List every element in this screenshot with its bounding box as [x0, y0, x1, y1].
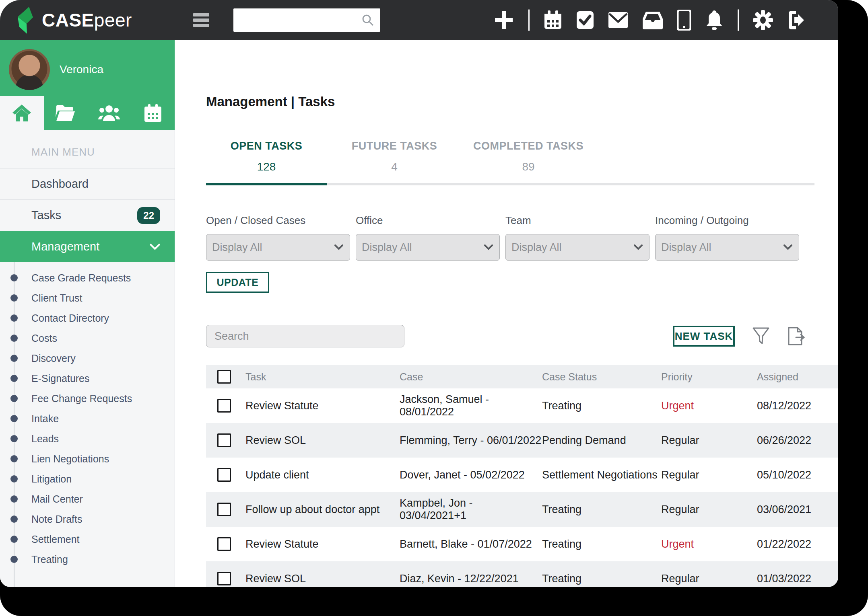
- task-cell: Review Statute: [245, 400, 400, 412]
- table-row[interactable]: Review Statute Barnett, Blake - 01/07/20…: [206, 527, 838, 561]
- submenu-item[interactable]: Settlement: [0, 529, 175, 549]
- submenu-item[interactable]: Treating: [0, 549, 175, 569]
- assigned-cell: 05/10/2022: [757, 469, 838, 481]
- calendar-icon[interactable]: [544, 10, 562, 30]
- submenu-item-label: Intake: [31, 413, 59, 425]
- sidebar-item-label: Tasks: [31, 209, 61, 222]
- select-all-checkbox[interactable]: [217, 370, 231, 384]
- tab-label: FUTURE TASKS: [327, 140, 462, 152]
- assigned-cell: 01/22/2022: [757, 538, 838, 550]
- topbar-search-input[interactable]: [233, 8, 380, 32]
- update-button[interactable]: UPDATE: [206, 272, 269, 293]
- submenu-item[interactable]: E-Signatures: [0, 368, 175, 388]
- search-icon: [361, 13, 375, 27]
- task-tab[interactable]: COMPLETED TASKS 89: [462, 140, 595, 183]
- filter-label: Team: [505, 214, 649, 227]
- submenu-item[interactable]: Intake: [0, 409, 175, 429]
- main-menu-label: MAIN MENU: [0, 130, 175, 168]
- priority-cell: Regular: [661, 469, 757, 481]
- nav-tab-calendar[interactable]: [131, 96, 175, 130]
- submenu-item[interactable]: Litigation: [0, 469, 175, 489]
- submenu-item-label: Settlement: [31, 534, 80, 545]
- case-status-cell: Treating: [542, 400, 661, 412]
- envelope-icon[interactable]: [608, 11, 628, 29]
- filter-group: Open / Closed Cases Display All: [206, 214, 350, 261]
- submenu-item[interactable]: Client Trust: [0, 288, 175, 308]
- export-icon[interactable]: [787, 327, 807, 345]
- table-row[interactable]: Update client Dover, Janet - 05/02/2022 …: [206, 458, 838, 492]
- chevron-down-icon: [634, 244, 643, 250]
- user-profile[interactable]: Veronica: [0, 40, 175, 90]
- filter-group: Incoming / Outgoing Display All: [655, 214, 799, 261]
- brand-logo[interactable]: CASEpeer: [14, 6, 132, 34]
- task-search-input[interactable]: [206, 325, 404, 347]
- column-header-assigned: Assigned: [757, 371, 838, 383]
- submenu-item[interactable]: Leads: [0, 429, 175, 449]
- task-tab[interactable]: OPEN TASKS 128: [206, 140, 327, 185]
- case-cell: Dover, Janet - 05/02/2022: [400, 469, 542, 481]
- table-row[interactable]: Review Statute Jackson, Samuel - 08/01/2…: [206, 388, 838, 423]
- submenu-item[interactable]: Lien Negotiations: [0, 449, 175, 469]
- screenshot-frame: CASEpeer: [0, 0, 868, 616]
- check-square-icon[interactable]: [576, 10, 594, 30]
- filter-selected-value: Display All: [511, 241, 562, 254]
- submenu-item[interactable]: Mail Center: [0, 489, 175, 509]
- submenu-item-label: Costs: [31, 333, 57, 344]
- assigned-cell: 08/12/2022: [757, 400, 838, 412]
- filter-selected-value: Display All: [362, 241, 412, 254]
- sidebar-item-dashboard[interactable]: Dashboard: [0, 168, 175, 199]
- nav-tab-contacts[interactable]: [87, 96, 131, 130]
- sidebar-item-label: Management: [31, 240, 99, 253]
- priority-cell: Regular: [661, 434, 757, 447]
- filter-dropdown[interactable]: Display All: [505, 234, 649, 261]
- sidebar-header: Veronica: [0, 40, 175, 130]
- main-content: Management | Tasks OPEN TASKS 128 FUTURE…: [175, 40, 838, 587]
- plus-icon[interactable]: [493, 10, 514, 31]
- tab-label: OPEN TASKS: [206, 140, 327, 152]
- users-icon: [98, 105, 120, 121]
- filter-dropdown[interactable]: Display All: [356, 234, 500, 261]
- submenu-item-label: Client Trust: [31, 292, 82, 304]
- new-task-button[interactable]: NEW TASK: [673, 326, 735, 347]
- submenu-item[interactable]: Discovery: [0, 348, 175, 368]
- table-header-row: Task Case Case Status Priority Assigned: [206, 365, 838, 388]
- nav-tab-cases[interactable]: [44, 96, 88, 130]
- hamburger-menu-icon[interactable]: [193, 13, 209, 27]
- submenu-item[interactable]: Note Drafts: [0, 509, 175, 529]
- table-row[interactable]: Review SOL Flemming, Terry - 06/01/2022 …: [206, 423, 838, 458]
- submenu-item[interactable]: Contact Directory: [0, 308, 175, 328]
- submenu-item[interactable]: Costs: [0, 328, 175, 348]
- row-checkbox[interactable]: [217, 503, 231, 516]
- row-checkbox[interactable]: [217, 537, 231, 551]
- case-status-cell: Pending Demand: [542, 434, 661, 447]
- row-checkbox[interactable]: [217, 399, 231, 413]
- inbox-icon[interactable]: [642, 11, 663, 29]
- sign-out-icon[interactable]: [787, 10, 808, 30]
- filter-funnel-icon[interactable]: [753, 327, 769, 345]
- row-checkbox[interactable]: [217, 468, 231, 482]
- sidebar-item-management[interactable]: Management: [0, 231, 175, 262]
- phone-icon[interactable]: [677, 10, 691, 31]
- bell-icon[interactable]: [705, 10, 724, 31]
- sidebar: Veronica: [0, 40, 175, 587]
- task-tab[interactable]: FUTURE TASKS 4: [327, 140, 462, 183]
- filter-dropdown[interactable]: Display All: [206, 234, 350, 261]
- table-row[interactable]: Review SOL Diaz, Kevin - 12/22/2021 Trea…: [206, 561, 838, 587]
- nav-tab-home[interactable]: [0, 96, 44, 130]
- row-checkbox[interactable]: [217, 433, 231, 447]
- gear-icon[interactable]: [753, 10, 773, 30]
- filter-dropdown[interactable]: Display All: [655, 234, 799, 261]
- sidebar-item-tasks[interactable]: Tasks 22: [0, 199, 175, 231]
- sidebar-item-label: Dashboard: [31, 177, 89, 191]
- submenu-item-label: E-Signatures: [31, 373, 90, 384]
- submenu-item[interactable]: Case Grade Requests: [0, 268, 175, 288]
- column-header-case: Case: [400, 371, 542, 383]
- tab-count: 128: [206, 160, 327, 173]
- row-checkbox[interactable]: [217, 572, 231, 585]
- submenu-item[interactable]: Fee Change Requests: [0, 388, 175, 409]
- topbar-icons: [493, 9, 808, 31]
- case-cell: Barnett, Blake - 01/07/2022: [400, 538, 542, 550]
- chevron-down-icon: [334, 244, 343, 250]
- table-row[interactable]: Follow up about doctor appt Kampbel, Jon…: [206, 492, 838, 527]
- submenu-item-label: Mail Center: [31, 493, 83, 505]
